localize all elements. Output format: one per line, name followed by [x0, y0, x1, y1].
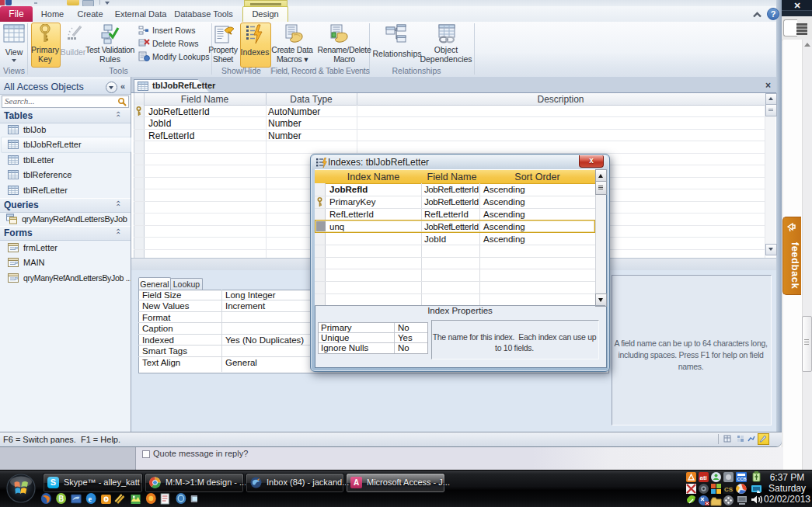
svg-text:ati: ati [700, 474, 707, 481]
svg-text:B: B [58, 495, 64, 503]
svg-text:CS: CS [724, 486, 734, 493]
svg-text:CCB: CCB [737, 477, 747, 481]
svg-text:e: e [89, 495, 92, 503]
